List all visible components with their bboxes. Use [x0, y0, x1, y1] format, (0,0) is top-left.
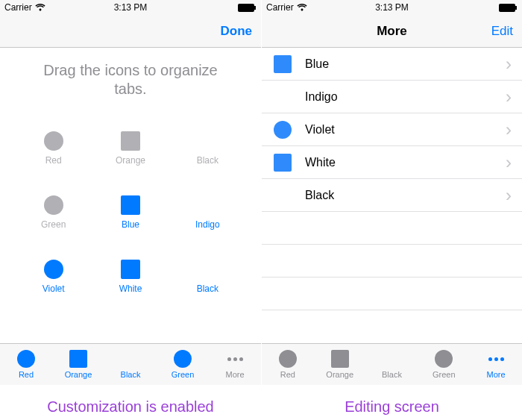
grid-item-indigo[interactable]: Indigo: [169, 181, 246, 245]
tab-black[interactable]: Black: [104, 344, 157, 385]
grid-item-label: Green: [41, 219, 66, 230]
chevron-right-icon: ›: [506, 54, 512, 75]
right-panel: Carrier 3:13 PM More Edit Blue›Indigo›Vi…: [261, 0, 522, 420]
chevron-right-icon: ›: [506, 152, 512, 173]
list-item-black[interactable]: Black›: [262, 179, 522, 212]
grid-item-label: Indigo: [195, 219, 220, 230]
carrier-label: Carrier: [4, 2, 32, 13]
battery-icon: [238, 4, 257, 12]
page-title: More: [262, 24, 522, 39]
svg-rect-3: [515, 6, 517, 10]
more-icon: [488, 350, 504, 368]
phone-right: Carrier 3:13 PM More Edit Blue›Indigo›Vi…: [262, 0, 522, 385]
list-item-label: Indigo: [305, 90, 338, 104]
list-item-violet[interactable]: Violet›: [262, 113, 522, 146]
list-item-label: Black: [305, 189, 334, 202]
tab-orange[interactable]: Orange: [52, 344, 104, 385]
icon-grid: RedOrangeBlackGreenBlueIndigoVioletWhite…: [0, 116, 261, 343]
svg-rect-1: [254, 6, 256, 10]
tab-black[interactable]: Black: [366, 344, 418, 385]
grid-item-label: Blue: [122, 219, 139, 230]
done-button[interactable]: Done: [221, 24, 253, 39]
more-list: Blue›Indigo›Violet›White›Black›: [262, 48, 522, 343]
grid-item-label: White: [119, 283, 142, 294]
list-item-label: White: [305, 156, 336, 169]
square-icon: [274, 55, 292, 73]
tab-more[interactable]: More: [470, 344, 522, 385]
tab-label: Orange: [326, 370, 353, 379]
empty-row: [262, 212, 522, 245]
list-item-white[interactable]: White›: [262, 146, 522, 179]
status-bar: Carrier 3:13 PM: [262, 0, 522, 15]
grid-item-label: Black: [197, 155, 218, 166]
chevron-right-icon: ›: [506, 119, 512, 140]
wifi-icon: [297, 4, 307, 11]
list-item-label: Violet: [305, 123, 335, 137]
grid-item-label: Red: [45, 155, 62, 166]
chevron-right-icon: ›: [506, 87, 512, 107]
empty-row: [262, 278, 522, 310]
tab-green[interactable]: Green: [157, 344, 209, 385]
edit-button[interactable]: Edit: [491, 24, 513, 39]
list-item-indigo[interactable]: Indigo›: [262, 81, 522, 113]
tab-label: Black: [121, 370, 141, 379]
grid-item-white[interactable]: White: [92, 245, 169, 309]
empty-row: [262, 245, 522, 278]
tab-label: Black: [382, 370, 402, 379]
tab-orange[interactable]: Orange: [314, 344, 366, 385]
tab-bar: RedOrangeBlackGreenMore: [262, 343, 522, 385]
svg-rect-0: [238, 4, 254, 12]
nav-bar: Done: [0, 15, 261, 48]
tab-label: More: [225, 370, 244, 379]
circle-icon: [274, 121, 292, 139]
grid-item-green[interactable]: Green: [15, 181, 92, 245]
tab-label: More: [487, 370, 506, 379]
grid-item-blue[interactable]: Blue: [92, 181, 169, 245]
tab-more[interactable]: More: [209, 344, 261, 385]
wifi-icon: [35, 4, 45, 11]
caption-left: Customization is enabled: [0, 398, 261, 416]
svg-rect-2: [499, 4, 515, 12]
more-icon: [227, 350, 243, 368]
list-item-blue[interactable]: Blue›: [262, 48, 522, 81]
grid-item-orange[interactable]: Orange: [92, 116, 169, 181]
carrier-label: Carrier: [266, 2, 294, 13]
tab-label: Green: [433, 370, 456, 379]
square-icon: [274, 154, 292, 172]
tab-label: Red: [280, 370, 295, 379]
grid-item-violet[interactable]: Violet: [15, 245, 92, 309]
tab-label: Green: [172, 370, 195, 379]
chevron-right-icon: ›: [506, 185, 512, 206]
battery-icon: [499, 4, 518, 12]
tab-red[interactable]: Red: [0, 344, 52, 385]
tab-label: Red: [19, 370, 34, 379]
tab-bar: RedOrangeBlackGreenMore: [0, 343, 261, 385]
grid-item-black[interactable]: Black: [169, 245, 246, 309]
grid-item-red[interactable]: Red: [15, 116, 92, 181]
tab-label: Orange: [65, 370, 92, 379]
left-panel: Carrier 3:13 PM Done Drag the icons to o…: [0, 0, 261, 420]
status-bar: Carrier 3:13 PM: [0, 0, 261, 15]
grid-item-label: Orange: [116, 155, 145, 166]
tab-green[interactable]: Green: [418, 344, 470, 385]
list-item-label: Blue: [305, 57, 329, 71]
nav-bar: More Edit: [262, 15, 522, 48]
grid-item-label: Violet: [43, 283, 65, 294]
phone-left: Carrier 3:13 PM Done Drag the icons to o…: [0, 0, 261, 385]
grid-item-label: Black: [197, 283, 218, 294]
grid-item-black[interactable]: Black: [169, 116, 246, 181]
instruction-text: Drag the icons to organize tabs.: [0, 48, 261, 116]
tab-red[interactable]: Red: [262, 344, 314, 385]
caption-right: Editing screen: [262, 398, 522, 416]
